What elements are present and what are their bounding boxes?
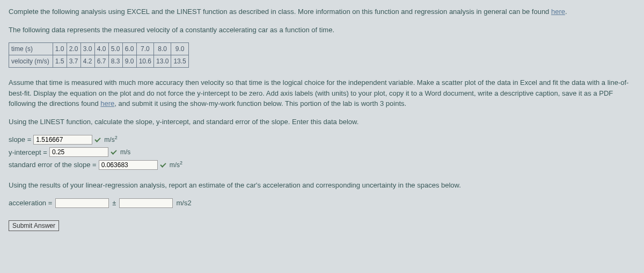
stderr-unit: m/s2 xyxy=(170,160,182,170)
slope-input[interactable] xyxy=(33,135,92,145)
intro-paragraph-1: Complete the following analysis using EX… xyxy=(9,6,635,17)
check-icon xyxy=(111,148,118,156)
yintercept-input[interactable] xyxy=(49,147,108,157)
linest-prompt: Using the LINEST function, calculate the… xyxy=(9,117,635,127)
acceleration-row: acceleration = ± m/s2 xyxy=(9,198,635,209)
table-cell: 4.2 xyxy=(80,55,94,68)
stderr-label: standard error of the slope = xyxy=(9,160,97,170)
yintercept-label: y-intercept = xyxy=(9,147,47,158)
stderr-row: standard error of the slope = m/s2 xyxy=(9,160,635,170)
plus-minus-symbol: ± xyxy=(112,198,116,209)
assume-text-b: , and submit it using the show-my-work f… xyxy=(114,99,406,107)
table-cell: 5.0 xyxy=(108,43,122,55)
yintercept-row: y-intercept = m/s xyxy=(9,147,635,158)
table-cell: 10.6 xyxy=(136,55,153,68)
row-label-velocity: velocity (m/s) xyxy=(9,55,53,68)
table-row-time: time (s) 1.0 2.0 3.0 4.0 5.0 6.0 7.0 8.0… xyxy=(9,43,189,55)
submit-answer-button[interactable]: Submit Answer xyxy=(9,220,59,231)
yintercept-unit: m/s xyxy=(120,147,130,157)
acceleration-label: acceleration = xyxy=(9,198,52,209)
slope-label: slope = xyxy=(9,134,31,145)
table-cell: 8.0 xyxy=(154,43,171,55)
intro-text-1b: . xyxy=(565,8,567,16)
link-here-1[interactable]: here xyxy=(551,8,565,16)
acceleration-unit: m/s2 xyxy=(176,198,191,209)
table-cell: 13.0 xyxy=(154,55,171,68)
row-label-time: time (s) xyxy=(9,43,53,55)
table-cell: 3.0 xyxy=(80,43,94,55)
accel-prompt: Using the results of your linear-regress… xyxy=(9,180,635,191)
table-cell: 6.7 xyxy=(94,55,108,68)
acceleration-uncertainty-input[interactable] xyxy=(119,198,173,208)
table-cell: 7.0 xyxy=(136,43,153,55)
table-cell: 13.5 xyxy=(171,55,188,68)
table-cell: 9.0 xyxy=(171,43,188,55)
stderr-input[interactable] xyxy=(99,160,158,170)
table-row-velocity: velocity (m/s) 1.5 3.7 4.2 6.7 8.3 9.0 1… xyxy=(9,55,189,68)
assume-paragraph: Assume that time is measured with much m… xyxy=(9,77,635,109)
acceleration-value-input[interactable] xyxy=(55,198,109,208)
table-cell: 3.7 xyxy=(67,55,80,68)
link-here-2[interactable]: here xyxy=(100,99,114,107)
check-icon xyxy=(160,161,167,169)
table-cell: 1.0 xyxy=(53,43,67,55)
table-cell: 6.0 xyxy=(122,43,136,55)
intro-text-1a: Complete the following analysis using EX… xyxy=(9,8,551,16)
table-cell: 8.3 xyxy=(108,55,122,68)
slope-unit: m/s2 xyxy=(104,134,117,145)
intro-paragraph-2: The following data represents the measur… xyxy=(9,25,635,35)
check-icon xyxy=(94,136,102,143)
table-cell: 1.5 xyxy=(53,55,67,68)
table-cell: 2.0 xyxy=(67,43,80,55)
data-table: time (s) 1.0 2.0 3.0 4.0 5.0 6.0 7.0 8.0… xyxy=(9,42,189,68)
slope-row: slope = m/s2 xyxy=(9,134,635,145)
table-cell: 9.0 xyxy=(122,55,136,68)
table-cell: 4.0 xyxy=(94,43,108,55)
